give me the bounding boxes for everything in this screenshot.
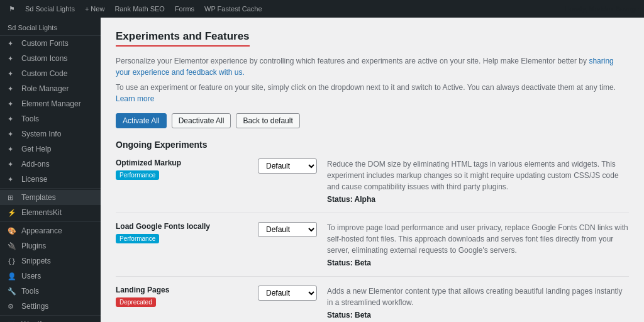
sidebar-item-element-manager[interactable]: ✦ Element Manager	[0, 96, 101, 111]
sidebar-label: Appearance	[21, 226, 62, 235]
sidebar-label: License	[21, 175, 47, 184]
sidebar-item-custom-fonts[interactable]: ✦ Custom Fonts	[0, 36, 101, 51]
get-help-icon: ✦	[8, 145, 18, 153]
learn-more-link[interactable]: Learn more	[116, 94, 154, 103]
settings-icon: ⚙	[8, 303, 18, 311]
role-manager-icon: ✦	[8, 85, 18, 93]
adminbar-site[interactable]: Sd Social Lights	[21, 5, 79, 13]
sidebar-item-get-help[interactable]: ✦ Get Help	[0, 142, 101, 157]
page-subtitle: Personalize your Elementor experience by…	[116, 55, 629, 78]
sidebar-label: Custom Fonts	[21, 39, 69, 48]
sidebar-item-custom-code[interactable]: ✦ Custom Code	[0, 66, 101, 81]
experiment-name: Landing Pages	[116, 286, 248, 294]
sidebar-label: Plugins	[21, 242, 46, 250]
page-instruction: To use an experiment or feature on your …	[116, 82, 629, 104]
experiment-badge-performance: Performance	[116, 170, 159, 180]
experiment-dropdown-3[interactable]: Default Active Inactive	[258, 286, 317, 301]
sidebar-label: Add-ons	[21, 160, 50, 169]
experiment-right: Reduce the DOM size by eliminating HTML …	[327, 158, 629, 204]
experiment-dropdown-2[interactable]: Default Active Inactive	[258, 222, 317, 237]
element-manager-icon: ✦	[8, 100, 18, 108]
sidebar-item-tools[interactable]: ✦ Tools	[0, 111, 101, 126]
sidebar-label: Get Help	[21, 145, 51, 153]
tools-icon: ✦	[8, 115, 18, 123]
sidebar-item-elementskit[interactable]: ⚡ ElementsKit	[0, 205, 101, 220]
adminbar-logo[interactable]: ⚑	[5, 5, 19, 13]
sidebar: Sd Social Lights ✦ Custom Fonts ✦ Custom…	[0, 18, 101, 322]
experiment-desc: To improve page load performance and use…	[327, 222, 629, 256]
experiment-status: Status: Beta	[327, 258, 629, 267]
appearance-icon: 🎨	[8, 227, 18, 235]
adminbar-user: Howdy, Maddox Savage	[565, 5, 639, 13]
system-info-icon: ✦	[8, 130, 18, 138]
experiment-badge-performance: Performance	[116, 234, 159, 243]
custom-icons-icon: ✦	[8, 55, 18, 63]
deactivate-all-button[interactable]: Deactivate All	[172, 113, 231, 128]
sidebar-item-license[interactable]: ✦ License	[0, 172, 101, 187]
experiment-left: Optimized Markup Performance	[116, 158, 248, 180]
experiment-left: Load Google Fonts locally Performance	[116, 222, 248, 243]
users-icon: 👤	[8, 272, 18, 280]
sidebar-label: Role Manager	[21, 84, 69, 93]
sidebar-site-name[interactable]: Sd Social Lights	[0, 20, 101, 36]
add-ons-icon: ✦	[8, 160, 18, 169]
sidebar-item-add-ons[interactable]: ✦ Add-ons	[0, 157, 101, 172]
sidebar-item-plugins[interactable]: 🔌 Plugins	[0, 238, 101, 253]
sidebar-item-tools2[interactable]: 🔧 Tools	[0, 284, 101, 299]
snippets-icon: {}	[8, 257, 18, 265]
experiment-dropdown-wrapper-3: Default Active Inactive	[258, 286, 317, 301]
adminbar-wpfastestcache[interactable]: WP Fastest Cache	[201, 5, 266, 13]
sidebar-item-role-manager[interactable]: ✦ Role Manager	[0, 81, 101, 96]
sidebar-label: Snippets	[21, 257, 51, 265]
tools2-icon: 🔧	[8, 287, 18, 296]
experiment-right: Adds a new Elementor content type that a…	[327, 286, 629, 319]
experiment-status: Status: Alpha	[327, 195, 629, 204]
experiment-dropdown-wrapper-2: Default Active Inactive	[258, 222, 317, 237]
page-title: Experiments and Features	[116, 30, 250, 47]
experiment-desc: Adds a new Elementor content type that a…	[327, 286, 629, 308]
adminbar-rankmath[interactable]: Rank Math SEO	[111, 5, 168, 13]
sidebar-label: Element Manager	[21, 99, 81, 108]
license-icon: ✦	[8, 175, 18, 184]
sidebar-label: ElementsKit	[21, 208, 62, 217]
templates-icon: ⊞	[8, 194, 18, 202]
experiment-dropdown-1[interactable]: Default Active Inactive	[258, 158, 317, 174]
adminbar-new[interactable]: + New	[81, 5, 109, 13]
experiment-row-optimized-markup: Optimized Markup Performance Default Act…	[116, 158, 629, 213]
back-to-default-button[interactable]: Back to default	[236, 113, 299, 128]
main-content: Experiments and Features Personalize you…	[101, 18, 644, 322]
sidebar-label: Tools	[21, 287, 39, 296]
adminbar-forms[interactable]: Forms	[171, 5, 198, 13]
custom-fonts-icon: ✦	[8, 40, 18, 48]
experiment-name: Optimized Markup	[116, 158, 248, 167]
sidebar-item-wordfence[interactable]: 🛡 Wordfence	[0, 317, 101, 322]
sidebar-label: Settings	[21, 302, 48, 311]
custom-code-icon: ✦	[8, 70, 18, 78]
experiment-status: Status: Beta	[327, 311, 629, 319]
sidebar-item-users[interactable]: 👤 Users	[0, 269, 101, 284]
sidebar-item-snippets[interactable]: {} Snippets	[0, 253, 101, 269]
sidebar-item-appearance[interactable]: 🎨 Appearance	[0, 223, 101, 238]
sidebar-label: Templates	[21, 193, 56, 202]
activate-all-button[interactable]: Activate All	[116, 113, 167, 128]
sidebar-item-settings[interactable]: ⚙ Settings	[0, 299, 101, 314]
sidebar-label: System Info	[21, 130, 61, 138]
experiment-desc: Reduce the DOM size by eliminating HTML …	[327, 158, 629, 192]
sidebar-label: Users	[21, 272, 41, 280]
experiment-badge-deprecated: Deprecated	[116, 297, 156, 307]
elementskit-icon: ⚡	[8, 209, 18, 217]
sidebar-item-templates[interactable]: ⊞ Templates	[0, 190, 101, 205]
experiment-name: Load Google Fonts locally	[116, 222, 248, 231]
plugins-icon: 🔌	[8, 242, 18, 250]
experiment-right: To improve page load performance and use…	[327, 222, 629, 267]
sidebar-label: Custom Code	[21, 69, 67, 78]
action-buttons: Activate All Deactivate All Back to defa…	[116, 113, 629, 128]
sidebar-item-custom-icons[interactable]: ✦ Custom Icons	[0, 51, 101, 66]
experiment-dropdown-wrapper-1: Default Active Inactive	[258, 158, 317, 174]
ongoing-experiments-title: Ongoing Experiments	[116, 140, 629, 150]
experiment-row-landing-pages: Landing Pages Deprecated Default Active …	[116, 286, 629, 322]
sidebar-item-system-info[interactable]: ✦ System Info	[0, 126, 101, 142]
sidebar-label: Tools	[21, 114, 39, 123]
experiment-left: Landing Pages Deprecated	[116, 286, 248, 307]
sidebar-label: Custom Icons	[21, 54, 67, 63]
